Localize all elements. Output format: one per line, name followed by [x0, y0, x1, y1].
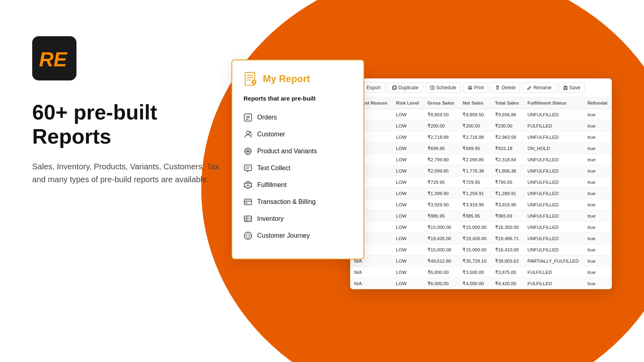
cell-5-1: LOW: [392, 165, 423, 177]
cell-4-3: ₹2,099.85: [458, 154, 491, 165]
report-item-text-collect[interactable]: Text Collect: [244, 160, 352, 177]
svg-text:RE: RE: [39, 48, 68, 69]
col-gross-sales[interactable]: Gross Sales: [423, 97, 459, 109]
svg-rect-34: [392, 86, 396, 90]
report-item-billing[interactable]: Transaction & Billing: [244, 193, 352, 210]
cell-8-6: true: [584, 199, 612, 210]
logo-box: RE: [32, 36, 76, 80]
cell-12-5: UNFULFILLED: [524, 244, 584, 255]
cell-14-4: ₹3,875.00: [491, 267, 524, 278]
cell-14-6: true: [584, 267, 612, 278]
customer-icon: [244, 130, 252, 139]
cell-15-4: ₹4,420.00: [491, 278, 524, 289]
cell-2-1: LOW: [392, 132, 423, 143]
cell-5-2: ₹2,099.85: [423, 165, 459, 177]
svg-rect-4: [247, 80, 251, 80]
print-button[interactable]: Print: [463, 82, 489, 93]
cell-12-4: ₹16,410.00: [491, 244, 524, 255]
cell-5-5: UNFULFILLED: [524, 165, 584, 177]
cell-11-6: true: [584, 233, 612, 244]
report-card: ₹ My Report Reports that are pre-built O…: [231, 60, 364, 259]
table-row: N/ALOW₹885.95₹885.95₹965.69UNFULFILLEDtr…: [350, 210, 612, 222]
table-row: N/ALOW₹2,718.88₹2,718.88₹2,963.58UNFULFI…: [350, 132, 612, 143]
cell-4-5: UNFULFILLED: [524, 154, 584, 165]
cell-9-1: LOW: [392, 210, 423, 222]
cell-11-5: UNFULFILLED: [524, 233, 584, 244]
cell-13-5: PARTIALLY_FULFILLED: [524, 255, 584, 267]
save-label: Save: [570, 85, 580, 90]
cell-8-2: ₹3,929.90: [423, 199, 459, 210]
billing-icon: [244, 197, 252, 206]
cell-1-1: LOW: [392, 120, 423, 132]
cell-3-6: true: [584, 143, 612, 154]
cell-2-5: UNFULFILLED: [524, 132, 584, 143]
cell-6-5: UNFULFILLED: [524, 177, 584, 188]
cell-15-2: ₹6,000.00: [423, 278, 459, 289]
table-row: N/ALOW₹2,099.85₹1,776.38₹1,806.38UNFULFI…: [350, 165, 612, 177]
duplicate-button[interactable]: Duplicate: [388, 82, 423, 93]
cell-0-1: LOW: [392, 109, 423, 120]
cell-14-5: FULFILLED: [524, 267, 584, 278]
report-item-journey[interactable]: Customer Journey: [244, 227, 352, 244]
product-icon: [244, 147, 252, 156]
report-item-orders[interactable]: Orders: [244, 109, 352, 126]
schedule-button[interactable]: Schedule: [425, 82, 461, 93]
delete-label: Delete: [502, 85, 516, 90]
cell-7-2: ₹1,399.90: [423, 188, 459, 199]
fulfillment-label: Fulfillment: [257, 181, 287, 189]
duplicate-icon: [392, 85, 397, 90]
svg-rect-40: [564, 88, 567, 89]
svg-rect-2: [247, 75, 253, 76]
cell-11-4: ₹19,486.71: [491, 233, 524, 244]
customer-label: Customer: [257, 131, 285, 138]
report-item-product[interactable]: Product and Variants: [244, 143, 352, 160]
cell-0-2: ₹8,859.50: [423, 109, 459, 120]
col-fulfillment-status[interactable]: Fulfillment Status: [524, 97, 584, 109]
cell-3-2: ₹699.95: [423, 143, 459, 154]
svg-rect-21: [244, 199, 252, 205]
col-refundal[interactable]: Refundal: [584, 97, 612, 109]
journey-icon: [244, 231, 252, 240]
table-row: N/ALOW₹8,859.50₹8,859.50₹9,656.86UNFULFI…: [350, 109, 612, 120]
report-item-inventory[interactable]: Inventory: [244, 210, 352, 227]
col-net-sales[interactable]: Net Sales: [458, 97, 491, 109]
rename-button[interactable]: Rename: [522, 82, 556, 93]
svg-rect-7: [244, 114, 252, 121]
data-table: Cancel Reason Risk Level Gross Sales Net…: [350, 97, 612, 289]
logo-icon: RE: [38, 48, 70, 69]
report-title: My Report: [263, 73, 310, 84]
product-label: Product and Variants: [257, 148, 317, 155]
cell-8-4: ₹3,919.90: [491, 199, 524, 210]
orders-label: Orders: [257, 114, 277, 121]
cell-1-5: FULFILLED: [524, 120, 584, 132]
headline: 60+ pre-built Reports: [32, 101, 225, 149]
table-row: N/ALOW₹2,799.80₹2,099.85₹2,318.84UNFULFI…: [350, 154, 612, 165]
table-row: N/ALOW₹6,000.00₹4,000.00₹4,420.00FULFILL…: [350, 278, 612, 289]
cell-13-6: true: [584, 255, 612, 267]
table-row: N/ALOW₹6,000.00₹3,500.00₹3,875.00FULFILL…: [350, 267, 612, 278]
delete-button[interactable]: Delete: [491, 82, 520, 93]
table-row: N/ALOW₹729.95₹729.95₹795.65UNFULFILLEDtr…: [350, 177, 612, 188]
table-body: N/ALOW₹8,859.50₹8,859.50₹9,656.86UNFULFI…: [350, 109, 612, 289]
table-row: N/ALOW₹15,000.00₹15,000.00₹16,410.00UNFU…: [350, 244, 612, 255]
inventory-label: Inventory: [257, 215, 284, 222]
save-button[interactable]: Save: [559, 82, 585, 93]
col-total-sales[interactable]: Total Sales: [491, 97, 524, 109]
report-item-customer[interactable]: Customer: [244, 126, 352, 143]
cell-5-4: ₹1,806.38: [491, 165, 524, 177]
cell-9-3: ₹885.95: [458, 210, 491, 222]
col-risk-level[interactable]: Risk Level: [392, 97, 423, 109]
cell-1-3: ₹200.00: [458, 120, 491, 132]
svg-rect-18: [244, 165, 252, 171]
cell-7-6: true: [584, 188, 612, 199]
cell-9-5: UNFULFILLED: [524, 210, 584, 222]
cell-5-3: ₹1,776.38: [458, 165, 491, 177]
cell-10-3: ₹15,000.00: [458, 222, 491, 233]
report-item-fulfillment[interactable]: Fulfillment: [244, 177, 352, 193]
billing-label: Transaction & Billing: [257, 198, 316, 206]
cell-13-4: ₹39,003.62: [491, 255, 524, 267]
svg-rect-3: [247, 77, 253, 78]
delete-icon: [495, 85, 500, 90]
cell-10-1: LOW: [392, 222, 423, 233]
svg-text:₹: ₹: [253, 80, 255, 84]
